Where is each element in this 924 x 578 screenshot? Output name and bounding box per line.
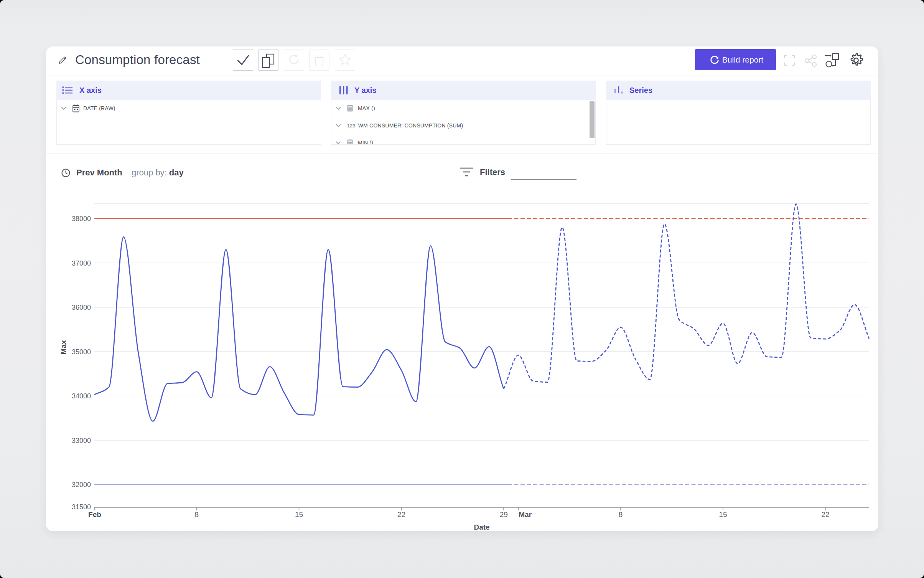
svg-text:15: 15 [719,510,727,519]
svg-text:22: 22 [397,510,405,519]
svg-text:31500: 31500 [72,503,91,511]
svg-text:29: 29 [500,510,508,519]
svg-text:34000: 34000 [72,392,91,400]
svg-text:36000: 36000 [72,304,91,311]
svg-text:32000: 32000 [72,481,91,489]
svg-text:33000: 33000 [72,437,91,444]
svg-text:Feb: Feb [88,510,101,519]
svg-text:Mar: Mar [519,510,532,519]
svg-text:8: 8 [195,510,199,519]
svg-text:8: 8 [619,510,623,519]
svg-text:Date: Date [474,523,489,531]
svg-text:38000: 38000 [72,215,91,223]
svg-text:37000: 37000 [72,259,91,267]
svg-text:22: 22 [821,510,829,519]
svg-text:Max: Max [59,340,68,354]
svg-text:35000: 35000 [72,348,91,356]
svg-text:15: 15 [295,510,303,519]
